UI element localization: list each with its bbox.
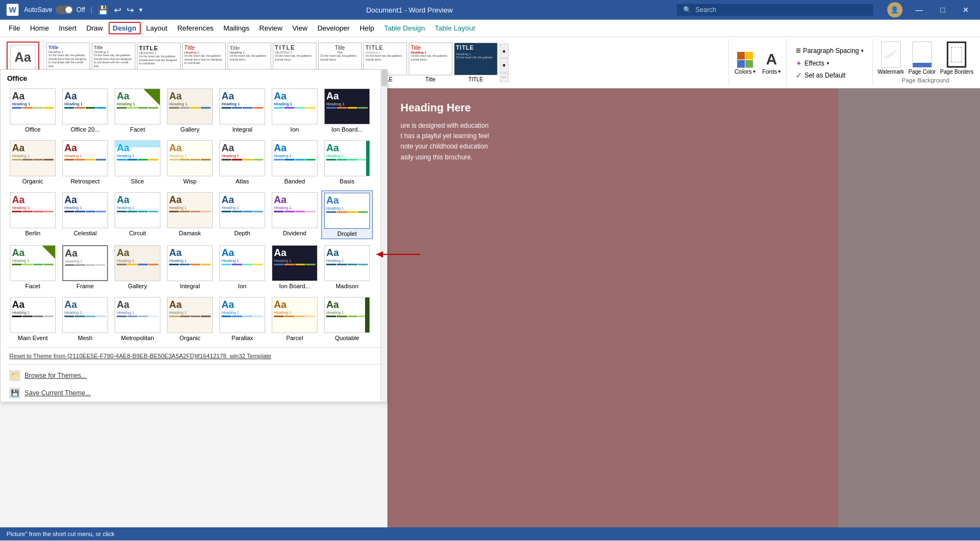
theme-berlin[interactable]: Aa Heading 1 Berlin [7,191,58,239]
theme-gallery2[interactable]: Aa Heading 1 Gallery [112,243,163,291]
redo-button[interactable]: ↪ [127,5,134,15]
paragraph-spacing-button[interactable]: ≡ Paragraph Spacing ▾ [793,45,866,57]
menu-table-design[interactable]: Table Design [380,22,429,34]
page-color-button[interactable]: Page Color [909,41,936,75]
watermark-button[interactable]: DRAFT Watermark [877,41,904,75]
theme-atlas[interactable]: Aa Heading 1 Atlas [217,139,268,186]
theme-ion-board[interactable]: Aa Heading 1 Ion Board... [321,87,373,134]
theme-mesh[interactable]: Aa Heading 1 Mesh [59,295,111,343]
menu-view[interactable]: View [288,22,312,34]
undo-button[interactable]: ↩ [114,5,121,15]
theme-parallax[interactable]: Aa Heading 1 Parallax [217,295,268,343]
effects-arrow: ▾ [827,61,829,66]
theme-integral2[interactable]: Aa Heading 1 Integral [164,243,216,291]
theme-organic2[interactable]: Aa Heading 1 Organic [164,295,216,343]
gallery-more[interactable]: ⋯ [500,73,509,82]
avatar[interactable]: 👤 [887,2,903,17]
theme-facet2[interactable]: Aa Heading 1 Facet [7,243,58,291]
theme-dividend[interactable]: Aa Heading 1 Dividend [269,191,320,239]
maximize-button[interactable]: □ [936,5,949,14]
checkmark-icon: ✓ [796,71,802,80]
theme-ion[interactable]: Aa Heading 1 Ion [269,87,320,134]
menu-home[interactable]: Home [26,22,53,34]
reset-theme-button[interactable]: Reset to Theme from {2110EE5E-F780-4AE8-… [1,350,387,362]
browse-themes-button[interactable]: 📁 Browse for Themes... [1,367,387,384]
menu-review[interactable]: Review [255,22,287,34]
theme-slice[interactable]: Aa Heading 1 Slice [112,139,163,186]
autosave-section: AutoSave Off [24,5,85,14]
menu-references[interactable]: References [173,22,218,34]
theme-integral[interactable]: Aa Heading 1 Integral [217,87,268,134]
close-button[interactable]: ✕ [958,5,973,14]
theme-office20[interactable]: Aa Heading 1 Office 20... [59,87,111,134]
gallery-scroll-down[interactable]: ▼ [500,58,509,73]
autosave-label: AutoSave [24,6,52,14]
theme-frame[interactable]: Aa Heading 1 Frame [59,243,111,291]
theme-circuit[interactable]: Aa Heading 1 Circuit [112,191,163,239]
menu-help[interactable]: Help [355,22,379,34]
save-theme-icon: 💾 [9,388,20,399]
panel-divider1 [7,347,380,348]
menu-developer[interactable]: Developer [313,22,354,34]
colors-button[interactable]: Colors ▾ [733,50,757,76]
theme-wisp[interactable]: Aa Heading 1 Wisp [164,139,216,186]
effects-button[interactable]: ✦ Effects ▾ [793,58,866,69]
theme-quotable[interactable]: Aa Heading 1 Quotable [321,295,373,343]
style-title-red2[interactable]: Title Heading 1 On the Insert tab, the g… [409,43,452,82]
gallery-scroll-up[interactable]: ▲ [500,44,509,58]
colors-icon [736,51,754,68]
theme-main-event[interactable]: Aa Heading 1 Main Event [7,295,58,343]
theme-office[interactable]: Aa Heading 1 Office [7,87,58,134]
theme-gallery[interactable]: Aa Heading 1 Gallery [164,87,216,134]
theme-organic[interactable]: Aa Heading 1 Organic [7,139,58,186]
word-icon: W [7,4,19,16]
theme-depth[interactable]: Aa Heading 1 Depth [217,191,268,239]
theme-metropolitan[interactable]: Aa Heading 1 Metropolitan [112,295,163,343]
minimize-button[interactable]: — [911,5,928,14]
theme-basis[interactable]: Aa Heading 1 Basis [321,139,373,186]
theme-droplet[interactable]: Aa Heading 1 Droplet [321,191,373,239]
menu-draw[interactable]: Draw [82,22,107,34]
menu-insert[interactable]: Insert [55,22,81,34]
reset-theme-text: Reset to Theme from {2110EE5E-F780-4AE8-… [9,353,271,359]
menu-bar: File Home Insert Draw Design Layout Refe… [0,20,980,37]
save-theme-button[interactable]: 💾 Save Current Theme... [1,384,387,402]
save-icon[interactable]: 💾 [98,5,109,15]
set-default-button[interactable]: ✓ Set as Default [793,70,866,81]
theme-ion2[interactable]: Aa Heading 1 Ion [217,243,268,291]
page-color-icon [912,41,932,68]
search-input[interactable] [696,6,867,14]
panel-section-title: Office [1,70,387,85]
menu-layout[interactable]: Layout [142,22,172,34]
theme-facet[interactable]: Aa Heading 1 Facet [112,87,163,134]
theme-madison[interactable]: Aa Heading 1 Madison [321,243,373,291]
themes-grid-row4: Aa Heading 1 Facet Aa Heading 1 [1,241,387,293]
themes-preview: Aa [10,45,35,70]
menu-file[interactable]: File [4,22,25,34]
panel-divider2 [7,364,380,365]
theme-damask[interactable]: Aa Heading 1 Damask [164,191,216,239]
menu-mailings[interactable]: Mailings [219,22,254,34]
style-title-bg-label: TITLE [468,76,483,82]
customize-button[interactable]: ▾ [139,6,142,14]
theme-ion-board2[interactable]: Aa Heading 1 Ion Board... [269,243,320,291]
menu-design[interactable]: Design [109,22,141,34]
page-color-label: Page Color [909,69,936,75]
panel-scrollbar[interactable] [380,70,387,402]
page-borders-button[interactable]: Page Borders [940,41,973,75]
autosave-toggle[interactable] [56,5,73,14]
menu-table-layout[interactable]: Table Layout [431,22,480,34]
search-box[interactable]: 🔍 [677,4,873,16]
toggle-state: Off [76,6,85,14]
watermark-icon: DRAFT [881,41,901,68]
theme-parcel[interactable]: Aa Heading 1 Parcel [269,295,320,343]
fonts-button[interactable]: A Fonts ▾ [761,50,782,76]
theme-banded[interactable]: Aa Heading 1 Banded [269,139,320,186]
theme-retrospect[interactable]: Aa Heading 1 Retrospect [59,139,111,186]
gallery-scroll: ▲ ▼ ⋯ [500,44,509,82]
doc-sidebar [838,88,980,527]
theme-celestial[interactable]: Aa Heading 1 Celestial [59,191,111,239]
style-title-bg[interactable]: TITLE Heading 1 On the Insert tab, the g… [454,43,498,82]
page-borders-label: Page Borders [940,69,973,75]
fonts-label-row: Fonts ▾ [762,68,781,75]
